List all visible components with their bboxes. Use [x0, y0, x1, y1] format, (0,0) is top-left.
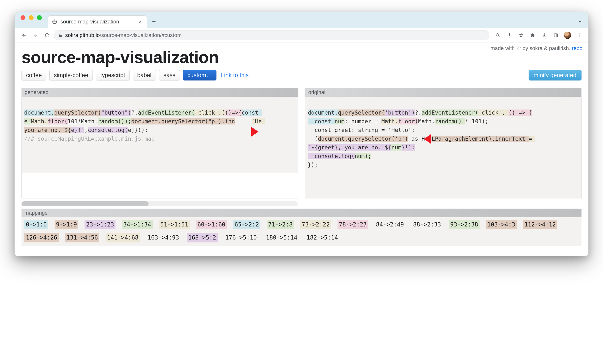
url-text: sokra.github.io/source-map-visualization… — [65, 32, 182, 38]
tab-strip: source-map-visualization — [15, 12, 588, 28]
mapping-entry[interactable]: 103->4:3 — [486, 220, 517, 229]
generated-code[interactable]: document.querySelector("button")?.addEve… — [22, 97, 298, 173]
repo-link[interactable]: repo — [572, 45, 582, 51]
mapping-entry[interactable]: 182->5:14 — [305, 233, 339, 242]
mapping-entry[interactable]: 73->2:22 — [300, 220, 331, 229]
address-bar[interactable]: sokra.github.io/source-map-visualization… — [54, 30, 489, 40]
search-icon[interactable] — [493, 30, 503, 40]
mappings-panel: mappings 0->1:09->1:923->1:2334->1:3451-… — [22, 209, 581, 246]
svg-point-1 — [496, 34, 499, 36]
traffic-close[interactable] — [21, 15, 25, 20]
mapping-entry[interactable]: 65->2:2 — [233, 220, 260, 229]
avatar-icon[interactable] — [563, 30, 572, 40]
mapping-entry[interactable]: 126->4:26 — [24, 233, 59, 242]
hscroll-thumb[interactable] — [22, 201, 149, 206]
mappings-list: 0->1:09->1:923->1:2334->1:3451->1:5160->… — [22, 217, 581, 246]
mapping-entry[interactable]: 112->4:12 — [523, 220, 557, 229]
browser-toolbar: sokra.github.io/source-map-visualization… — [15, 28, 588, 43]
traffic-maximize[interactable] — [37, 15, 42, 20]
original-panel: original document.querySelector('button'… — [305, 88, 581, 199]
globe-icon — [52, 19, 58, 25]
svg-point-4 — [579, 33, 580, 34]
tabs-overflow-icon[interactable] — [575, 17, 585, 26]
example-custom[interactable]: custom… — [183, 70, 217, 81]
svg-rect-3 — [554, 34, 557, 37]
kebab-icon[interactable] — [574, 30, 584, 40]
mapping-entry[interactable]: 23->1:23 — [85, 220, 116, 229]
page-content: made with ♡ by sokra & paulirish. repo s… — [15, 43, 588, 256]
original-code[interactable]: document.querySelector('button')?.addEve… — [305, 97, 581, 198]
mapping-entry[interactable]: 176->5:10 — [224, 233, 258, 242]
mapping-entry[interactable]: 131->4:56 — [65, 233, 99, 242]
example-simple-coffee[interactable]: simple-coffee — [49, 70, 93, 81]
mapping-entry[interactable]: 93->2:38 — [449, 220, 480, 229]
link-to-this[interactable]: Link to this — [221, 72, 249, 79]
toolbar-right — [493, 30, 584, 40]
puzzle-icon[interactable] — [528, 30, 537, 40]
heart-icon: ♡ — [516, 45, 521, 51]
svg-point-5 — [579, 35, 580, 36]
example-sass[interactable]: sass — [159, 70, 180, 81]
generated-hscroll[interactable] — [22, 201, 298, 206]
star-icon[interactable] — [516, 30, 526, 40]
download-icon[interactable] — [539, 30, 549, 40]
mapping-entry[interactable]: 163->4:93 — [146, 233, 180, 242]
mapping-entry[interactable]: 78->2:27 — [337, 220, 368, 229]
mapping-entry[interactable]: 51->1:51 — [159, 220, 190, 229]
mapping-entry[interactable]: 34->1:34 — [122, 220, 153, 229]
mapping-entry[interactable]: 9->1:9 — [55, 220, 79, 229]
example-buttons: coffee simple-coffee typescript babel sa… — [22, 70, 581, 81]
generated-header: generated — [22, 88, 298, 97]
new-tab-button[interactable] — [149, 17, 159, 26]
mapping-entry[interactable]: 71->2:8 — [267, 220, 294, 229]
share-icon[interactable] — [505, 30, 514, 40]
original-header: original — [305, 88, 581, 97]
example-babel[interactable]: babel — [133, 70, 156, 81]
traffic-minimize[interactable] — [29, 15, 34, 20]
mapping-entry[interactable]: 168->5:2 — [187, 233, 218, 242]
reload-icon[interactable] — [42, 30, 52, 40]
mapping-entry[interactable]: 60->1:60 — [196, 220, 227, 229]
annotation-arrow-right — [238, 106, 285, 158]
tab-title: source-map-visualization — [60, 19, 119, 25]
mapping-entry[interactable]: 88->2:33 — [412, 220, 443, 229]
minify-generated-button[interactable]: minify generated — [529, 70, 581, 81]
browser-window: source-map-visualization — [14, 12, 589, 256]
browser-tab[interactable]: source-map-visualization — [47, 15, 147, 28]
mapping-entry[interactable]: 0->1:0 — [24, 220, 48, 229]
svg-point-6 — [579, 36, 580, 37]
forward-icon — [31, 30, 40, 40]
annotation-arrow-left — [423, 113, 469, 165]
lock-icon — [58, 33, 63, 38]
mapping-entry[interactable]: 180->5:14 — [265, 233, 299, 242]
panel-icon[interactable] — [551, 30, 561, 40]
generated-panel: generated document.querySelector("button… — [22, 88, 298, 199]
mappings-header: mappings — [22, 209, 581, 217]
mapping-entry[interactable]: 84->2:49 — [374, 220, 405, 229]
example-coffee[interactable]: coffee — [22, 70, 46, 81]
mapping-entry[interactable]: 141->4:68 — [105, 233, 140, 242]
tab-close-icon[interactable] — [137, 18, 143, 25]
example-typescript[interactable]: typescript — [96, 70, 130, 81]
window-controls — [18, 12, 46, 28]
credit-line: made with ♡ by sokra & paulirish. repo — [490, 45, 582, 51]
back-icon[interactable] — [19, 30, 29, 40]
